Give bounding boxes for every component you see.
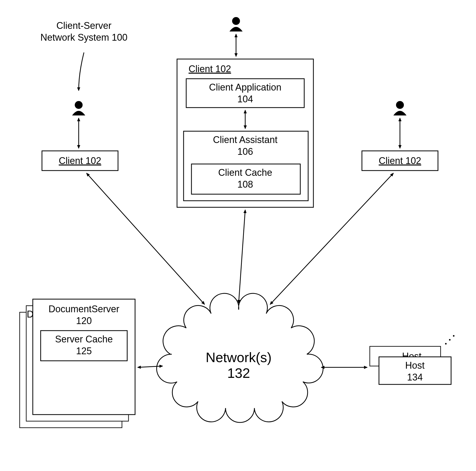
- network-line1: Network(s): [206, 350, 271, 365]
- client-cache-line1: Client Cache: [218, 167, 272, 178]
- title-pointer: [79, 52, 84, 91]
- user-icon-right: [393, 101, 407, 115]
- title-line2: Network System 100: [40, 32, 127, 43]
- network-line2: 132: [227, 366, 250, 381]
- client-application-line1: Client Application: [209, 82, 281, 93]
- client-application-line2: 104: [237, 94, 253, 104]
- svg-point-1: [75, 101, 83, 109]
- arrow-center-to-network: [239, 210, 245, 303]
- docserver-line2: 120: [76, 315, 92, 326]
- host-front-label: Host: [405, 360, 425, 371]
- client-left-label: Client 102: [59, 155, 101, 166]
- client-assistant-line1: Client Assistant: [213, 134, 277, 145]
- server-cache-line1: Server Cache: [55, 334, 113, 345]
- host-ellipsis-dot: [449, 339, 451, 341]
- arrow-docserver-to-network: [138, 366, 163, 367]
- user-icon-top: [229, 17, 243, 31]
- server-cache-line2: 125: [76, 346, 92, 356]
- title-line1: Client-Server: [56, 20, 111, 31]
- docserver-line1: DocumentServer: [49, 304, 119, 314]
- host-ellipsis-dot: [445, 343, 447, 345]
- svg-point-2: [396, 101, 404, 109]
- svg-point-0: [232, 17, 240, 25]
- client-assistant-line2: 106: [237, 146, 253, 157]
- user-icon-left: [72, 101, 85, 115]
- host-ellipsis-dot: [453, 335, 454, 337]
- host-num: 134: [407, 372, 423, 383]
- client-right-label: Client 102: [379, 155, 421, 166]
- center-client-header: Client 102: [189, 63, 231, 74]
- client-cache-line2: 108: [237, 179, 253, 190]
